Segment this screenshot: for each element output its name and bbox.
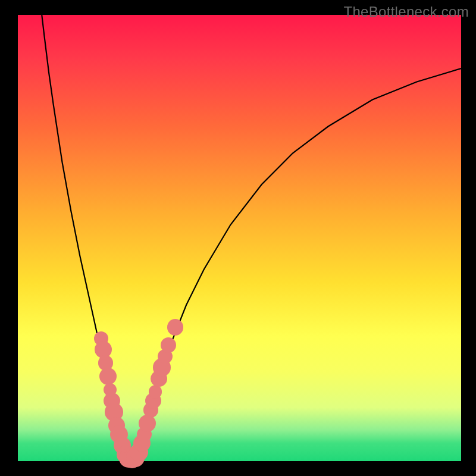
bottleneck-curve: [18, 15, 461, 461]
watermark-text: TheBottleneck.com: [343, 4, 469, 20]
data-dot: [167, 319, 183, 335]
data-dot: [161, 337, 176, 353]
plot-area: [18, 15, 461, 461]
chart-container: TheBottleneck.com: [0, 0, 476, 476]
data-dot: [99, 368, 117, 385]
